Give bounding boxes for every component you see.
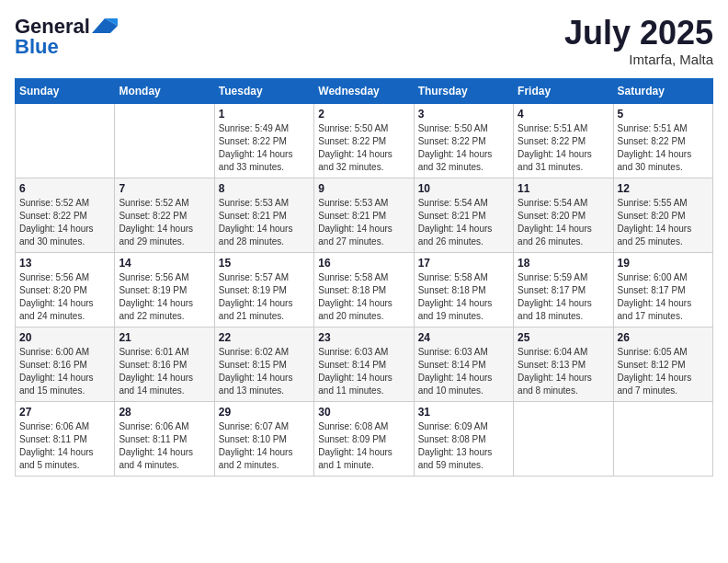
day-info: Sunrise: 5:57 AM Sunset: 8:19 PM Dayligh… <box>219 271 310 323</box>
weekday-header-row: SundayMondayTuesdayWednesdayThursdayFrid… <box>16 78 713 103</box>
month-title: July 2025 <box>564 15 713 52</box>
weekday-header-thursday: Thursday <box>414 78 513 103</box>
day-info: Sunrise: 5:49 AM Sunset: 8:22 PM Dayligh… <box>219 122 310 174</box>
calendar-cell: 20Sunrise: 6:00 AM Sunset: 8:16 PM Dayli… <box>16 327 115 401</box>
day-number: 29 <box>219 406 310 419</box>
calendar-table: SundayMondayTuesdayWednesdayThursdayFrid… <box>15 78 713 477</box>
calendar-cell: 10Sunrise: 5:54 AM Sunset: 8:21 PM Dayli… <box>414 178 513 252</box>
day-number: 6 <box>19 182 110 195</box>
calendar-cell: 13Sunrise: 5:56 AM Sunset: 8:20 PM Dayli… <box>16 252 115 327</box>
day-number: 20 <box>19 331 110 344</box>
logo-icon <box>92 17 118 35</box>
logo-text-blue: Blue <box>15 35 59 59</box>
calendar-cell <box>115 103 214 178</box>
calendar-cell: 3Sunrise: 5:50 AM Sunset: 8:22 PM Daylig… <box>414 103 513 178</box>
day-number: 23 <box>318 331 409 344</box>
calendar-cell: 9Sunrise: 5:53 AM Sunset: 8:21 PM Daylig… <box>314 178 414 252</box>
calendar-cell <box>16 103 115 178</box>
calendar-cell: 28Sunrise: 6:06 AM Sunset: 8:11 PM Dayli… <box>115 401 214 476</box>
day-info: Sunrise: 5:59 AM Sunset: 8:17 PM Dayligh… <box>518 271 609 323</box>
calendar-cell: 17Sunrise: 5:58 AM Sunset: 8:18 PM Dayli… <box>414 252 513 327</box>
day-info: Sunrise: 6:04 AM Sunset: 8:13 PM Dayligh… <box>518 346 609 397</box>
day-number: 27 <box>19 406 110 419</box>
week-row-1: 1Sunrise: 5:49 AM Sunset: 8:22 PM Daylig… <box>16 103 713 178</box>
calendar-cell: 21Sunrise: 6:01 AM Sunset: 8:16 PM Dayli… <box>115 327 214 401</box>
calendar-cell: 4Sunrise: 5:51 AM Sunset: 8:22 PM Daylig… <box>514 103 613 178</box>
day-number: 2 <box>318 108 409 121</box>
calendar-cell: 5Sunrise: 5:51 AM Sunset: 8:22 PM Daylig… <box>613 103 712 178</box>
day-info: Sunrise: 6:03 AM Sunset: 8:14 PM Dayligh… <box>418 346 509 397</box>
day-number: 12 <box>618 182 709 195</box>
day-number: 31 <box>418 406 509 419</box>
day-info: Sunrise: 6:06 AM Sunset: 8:11 PM Dayligh… <box>119 420 210 472</box>
day-number: 24 <box>418 331 509 344</box>
calendar-cell <box>514 401 613 476</box>
day-info: Sunrise: 6:01 AM Sunset: 8:16 PM Dayligh… <box>119 346 210 397</box>
day-number: 14 <box>119 257 210 270</box>
day-info: Sunrise: 6:03 AM Sunset: 8:14 PM Dayligh… <box>318 346 409 397</box>
logo: General Blue <box>15 15 118 59</box>
calendar-cell: 7Sunrise: 5:52 AM Sunset: 8:22 PM Daylig… <box>115 178 214 252</box>
calendar-cell: 30Sunrise: 6:08 AM Sunset: 8:09 PM Dayli… <box>314 401 414 476</box>
calendar-cell: 15Sunrise: 5:57 AM Sunset: 8:19 PM Dayli… <box>214 252 313 327</box>
calendar-cell: 26Sunrise: 6:05 AM Sunset: 8:12 PM Dayli… <box>613 327 712 401</box>
calendar-cell: 12Sunrise: 5:55 AM Sunset: 8:20 PM Dayli… <box>613 178 712 252</box>
day-info: Sunrise: 6:00 AM Sunset: 8:16 PM Dayligh… <box>19 346 110 397</box>
calendar-cell: 25Sunrise: 6:04 AM Sunset: 8:13 PM Dayli… <box>514 327 613 401</box>
day-info: Sunrise: 6:02 AM Sunset: 8:15 PM Dayligh… <box>219 346 310 397</box>
calendar-cell: 31Sunrise: 6:09 AM Sunset: 8:08 PM Dayli… <box>414 401 513 476</box>
day-info: Sunrise: 6:00 AM Sunset: 8:17 PM Dayligh… <box>618 271 709 323</box>
day-number: 3 <box>418 108 509 121</box>
day-info: Sunrise: 6:07 AM Sunset: 8:10 PM Dayligh… <box>219 420 310 472</box>
calendar-cell <box>613 401 712 476</box>
calendar-cell: 29Sunrise: 6:07 AM Sunset: 8:10 PM Dayli… <box>214 401 313 476</box>
day-number: 30 <box>318 406 409 419</box>
day-info: Sunrise: 5:58 AM Sunset: 8:18 PM Dayligh… <box>318 271 409 323</box>
day-info: Sunrise: 6:08 AM Sunset: 8:09 PM Dayligh… <box>318 420 409 472</box>
day-number: 11 <box>518 182 609 195</box>
day-number: 9 <box>318 182 409 195</box>
day-info: Sunrise: 6:05 AM Sunset: 8:12 PM Dayligh… <box>618 346 709 397</box>
day-info: Sunrise: 5:56 AM Sunset: 8:19 PM Dayligh… <box>119 271 210 323</box>
location-subtitle: Imtarfa, Malta <box>564 52 713 67</box>
day-number: 17 <box>418 257 509 270</box>
week-row-2: 6Sunrise: 5:52 AM Sunset: 8:22 PM Daylig… <box>16 178 713 252</box>
calendar-cell: 18Sunrise: 5:59 AM Sunset: 8:17 PM Dayli… <box>514 252 613 327</box>
day-number: 1 <box>219 108 310 121</box>
calendar-cell: 16Sunrise: 5:58 AM Sunset: 8:18 PM Dayli… <box>314 252 414 327</box>
calendar-cell: 14Sunrise: 5:56 AM Sunset: 8:19 PM Dayli… <box>115 252 214 327</box>
day-number: 25 <box>518 331 609 344</box>
day-number: 4 <box>518 108 609 121</box>
week-row-5: 27Sunrise: 6:06 AM Sunset: 8:11 PM Dayli… <box>16 401 713 476</box>
day-info: Sunrise: 5:54 AM Sunset: 8:21 PM Dayligh… <box>418 197 509 248</box>
calendar-cell: 11Sunrise: 5:54 AM Sunset: 8:20 PM Dayli… <box>514 178 613 252</box>
day-info: Sunrise: 5:58 AM Sunset: 8:18 PM Dayligh… <box>418 271 509 323</box>
week-row-4: 20Sunrise: 6:00 AM Sunset: 8:16 PM Dayli… <box>16 327 713 401</box>
day-number: 18 <box>518 257 609 270</box>
calendar-cell: 23Sunrise: 6:03 AM Sunset: 8:14 PM Dayli… <box>314 327 414 401</box>
day-number: 26 <box>618 331 709 344</box>
calendar-cell: 27Sunrise: 6:06 AM Sunset: 8:11 PM Dayli… <box>16 401 115 476</box>
day-info: Sunrise: 5:56 AM Sunset: 8:20 PM Dayligh… <box>19 271 110 323</box>
day-number: 22 <box>219 331 310 344</box>
weekday-header-tuesday: Tuesday <box>214 78 313 103</box>
day-info: Sunrise: 5:51 AM Sunset: 8:22 PM Dayligh… <box>618 122 709 174</box>
calendar-cell: 22Sunrise: 6:02 AM Sunset: 8:15 PM Dayli… <box>214 327 313 401</box>
page-header: General Blue July 2025 Imtarfa, Malta <box>15 15 713 67</box>
day-number: 13 <box>19 257 110 270</box>
day-info: Sunrise: 5:52 AM Sunset: 8:22 PM Dayligh… <box>119 197 210 248</box>
day-info: Sunrise: 5:53 AM Sunset: 8:21 PM Dayligh… <box>318 197 409 248</box>
day-info: Sunrise: 5:55 AM Sunset: 8:20 PM Dayligh… <box>618 197 709 248</box>
day-number: 21 <box>119 331 210 344</box>
week-row-3: 13Sunrise: 5:56 AM Sunset: 8:20 PM Dayli… <box>16 252 713 327</box>
day-number: 19 <box>618 257 709 270</box>
day-number: 7 <box>119 182 210 195</box>
calendar-cell: 1Sunrise: 5:49 AM Sunset: 8:22 PM Daylig… <box>214 103 313 178</box>
calendar-cell: 8Sunrise: 5:53 AM Sunset: 8:21 PM Daylig… <box>214 178 313 252</box>
day-number: 10 <box>418 182 509 195</box>
day-number: 15 <box>219 257 310 270</box>
day-number: 28 <box>119 406 210 419</box>
weekday-header-monday: Monday <box>115 78 214 103</box>
calendar-cell: 6Sunrise: 5:52 AM Sunset: 8:22 PM Daylig… <box>16 178 115 252</box>
title-block: July 2025 Imtarfa, Malta <box>564 15 713 67</box>
